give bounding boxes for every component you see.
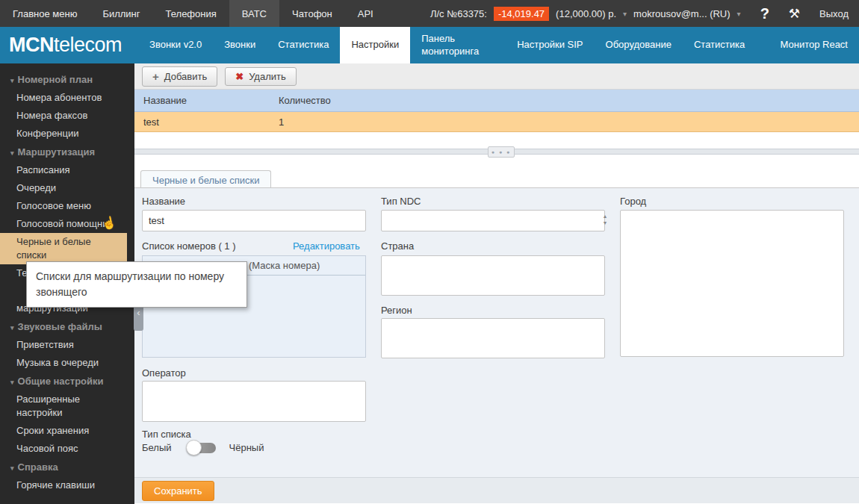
- credit-limit-label: (12,000.00) р.: [556, 8, 616, 19]
- ndc-spinner[interactable]: ▲ ▼: [599, 210, 611, 228]
- delete-button-label: Удалить: [249, 71, 286, 82]
- sidebar-item-greetings[interactable]: Приветствия: [0, 336, 134, 354]
- topbar-item-telephony[interactable]: Телефония: [153, 0, 229, 27]
- list-type-toggle[interactable]: [188, 443, 216, 453]
- sidebar-item-voice-menu[interactable]: Голосовое меню: [0, 197, 134, 215]
- region-textarea[interactable]: [381, 318, 605, 358]
- logo-rest: telecom: [54, 34, 122, 57]
- row-cell-name: test: [134, 116, 279, 128]
- sidebar-item-black-white-lists[interactable]: Черные и белые списки: [0, 233, 127, 264]
- toolbar: +Добавить ✖Удалить: [134, 63, 859, 90]
- tooltip: Списки для маршрутизации по номеру звоня…: [26, 261, 247, 308]
- sidebar-section-title: Маршрутизация: [18, 146, 96, 158]
- ndc-type-label: Тип NDC: [381, 196, 421, 207]
- logout-link[interactable]: Выход: [819, 8, 849, 19]
- account-number-label: Л/с №63375:: [430, 8, 487, 19]
- form-tab-row: Черные и белые списки: [134, 169, 859, 187]
- balance-caret-icon[interactable]: ▾: [623, 10, 627, 18]
- delete-button[interactable]: ✖Удалить: [225, 67, 297, 86]
- region-label: Регион: [381, 305, 412, 316]
- logo[interactable]: MCNtelecom: [0, 27, 138, 63]
- sidebar-item-advanced-settings[interactable]: Расширенные настройки: [0, 391, 112, 422]
- nav-tab-sip-settings[interactable]: Настройки SIP: [506, 27, 594, 63]
- topbar-item-api[interactable]: API: [345, 0, 386, 27]
- add-button[interactable]: +Добавить: [142, 66, 217, 87]
- delete-x-icon: ✖: [235, 71, 244, 82]
- tools-icon[interactable]: ⚒: [789, 6, 800, 22]
- save-button[interactable]: Сохранить: [142, 481, 214, 501]
- chevron-left-icon: ‹: [137, 307, 140, 318]
- country-textarea[interactable]: [381, 255, 605, 296]
- sidebar-item-hotkeys[interactable]: Горячие клавиши: [0, 476, 134, 494]
- sidebar-section-number-plan[interactable]: ▾Номерной план: [0, 70, 134, 89]
- toggle-knob[interactable]: [186, 440, 202, 455]
- operator-label: Оператор: [142, 367, 186, 379]
- edit-link[interactable]: Редактировать: [293, 240, 360, 252]
- nav-tab-settings-active[interactable]: Настройки: [340, 27, 410, 63]
- sidebar-section-general-settings[interactable]: ▾Общие настройки: [0, 372, 134, 391]
- row-cell-count: 1: [279, 116, 859, 128]
- spinner-down-icon[interactable]: ▼: [603, 220, 608, 226]
- nav-tab-monitor-react[interactable]: Монитор React: [769, 27, 859, 63]
- nav-tab-calls[interactable]: Звонки: [213, 27, 267, 63]
- city-textarea[interactable]: [620, 210, 844, 357]
- city-label: Город: [620, 196, 646, 207]
- sidebar-item-schedules[interactable]: Расписания: [0, 161, 134, 179]
- nav-tab-calls-v2[interactable]: Звонки v2.0: [138, 27, 213, 63]
- name-input[interactable]: [142, 210, 366, 231]
- splitter-handle[interactable]: ● ● ●: [488, 146, 515, 158]
- sidebar-section-title: Звуковые файлы: [18, 321, 102, 332]
- grid-row-selected[interactable]: test 1: [134, 112, 859, 132]
- drag-dots-icon: ● ● ●: [491, 149, 512, 155]
- topbar-item-main-menu[interactable]: Главное меню: [0, 0, 90, 27]
- spinner-up-icon[interactable]: ▲: [603, 213, 608, 220]
- horizontal-splitter[interactable]: ● ● ●: [134, 149, 859, 155]
- ndc-type-input[interactable]: [381, 210, 605, 231]
- name-label: Название: [142, 196, 185, 207]
- nav-tab-statistics[interactable]: Статистика: [267, 27, 340, 63]
- column-header-count[interactable]: Количество: [279, 95, 859, 106]
- sidebar-item-conferences[interactable]: Конференции: [0, 125, 134, 143]
- nav-tab-statistics-2[interactable]: Статистика: [683, 27, 756, 63]
- collapse-triangle-icon: ▾: [10, 464, 14, 472]
- topbar-item-billing[interactable]: Биллинг: [90, 0, 152, 27]
- sidebar-item-subscriber-numbers[interactable]: Номера абонентов: [0, 89, 134, 107]
- collapse-triangle-icon: ▾: [10, 379, 14, 386]
- topbar-item-vats-active[interactable]: ВАТС: [229, 0, 279, 27]
- sidebar-item-queues[interactable]: Очереди: [0, 179, 134, 197]
- sidebar-item-retention-periods[interactable]: Сроки хранения: [0, 422, 134, 440]
- form-panel: Название Список номеров ( 1 ) Редактиров…: [134, 187, 859, 477]
- user-menu[interactable]: mokrousov@m... (RU): [633, 8, 731, 19]
- topbar-item-chatofon[interactable]: Чатофон: [279, 0, 345, 27]
- nav-tab-monitoring-panel[interactable]: Панель мониторинга: [410, 27, 506, 63]
- top-menu-bar: Главное меню Биллинг Телефония ВАТС Чато…: [0, 0, 859, 27]
- user-caret-icon[interactable]: ▾: [737, 10, 741, 18]
- hand-cursor-icon: ☝: [100, 214, 117, 231]
- country-label: Страна: [381, 240, 414, 252]
- collapse-triangle-icon: ▾: [10, 149, 14, 157]
- operator-textarea[interactable]: [142, 381, 366, 422]
- collapse-triangle-icon: ▾: [10, 324, 14, 332]
- nav-tab-equipment[interactable]: Оборудование: [595, 27, 683, 63]
- collapse-triangle-icon: ▾: [10, 77, 14, 84]
- white-option-label: Белый: [142, 442, 172, 453]
- balance-badge: -14,019.47: [494, 7, 549, 21]
- logo-bold: MCN: [9, 34, 54, 57]
- list-type-label: Тип списка: [142, 429, 191, 440]
- column-header-name[interactable]: Название: [134, 95, 279, 106]
- sidebar-item-queue-music[interactable]: Музыка в очереди: [0, 354, 134, 372]
- help-icon[interactable]: ?: [760, 5, 769, 22]
- grid-header: Название Количество: [134, 90, 859, 112]
- main-nav-bar: MCNtelecom Звонки v2.0 Звонки Статистика…: [0, 27, 859, 63]
- sidebar-section-title: Справка: [18, 461, 58, 473]
- black-option-label: Чёрный: [229, 442, 264, 453]
- app-window: Главное меню Биллинг Телефония ВАТС Чато…: [0, 0, 859, 504]
- sidebar-item-timezone[interactable]: Часовой пояс: [0, 440, 134, 458]
- sidebar-section-sound-files[interactable]: ▾Звуковые файлы: [0, 317, 134, 336]
- sidebar-section-title: Общие настройки: [18, 376, 104, 387]
- sidebar-section-title: Номерной план: [18, 74, 93, 85]
- sidebar-item-fax-numbers[interactable]: Номера факсов: [0, 107, 134, 125]
- sidebar-section-help[interactable]: ▾Справка: [0, 458, 134, 476]
- sidebar-section-routing[interactable]: ▾Маршрутизация: [0, 143, 134, 161]
- numbers-list-label: Список номеров ( 1 ): [142, 240, 236, 252]
